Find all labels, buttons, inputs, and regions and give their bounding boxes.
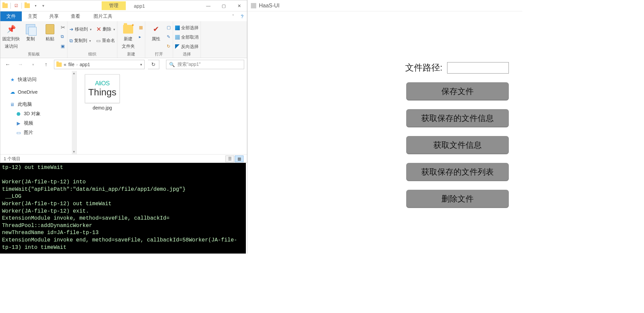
nav-pictures[interactable]: ▭图片	[2, 128, 74, 137]
minimize-button[interactable]: —	[201, 0, 216, 11]
search-input[interactable]: 🔍 搜索"app1"	[166, 60, 244, 69]
properties-button[interactable]: ✔ 属性	[147, 23, 165, 42]
cut-small-button[interactable]: ✂	[61, 23, 65, 31]
pin-icon: 📌	[6, 24, 16, 35]
ribbon-group-organize: ➔移动到▾ ⧉复制到▾ ✕删除▾ ▭重命名 组织	[67, 21, 117, 58]
group-label: 新建	[119, 51, 143, 58]
get-saved-file-list-button[interactable]: 获取保存的文件列表	[406, 163, 509, 181]
label: 重命名	[102, 38, 115, 44]
move-to-button[interactable]: ➔移动到▾	[69, 25, 92, 33]
view-details-button[interactable]: ☰	[225, 155, 234, 162]
nav-up-button[interactable]: ↑	[41, 60, 51, 69]
refresh-button[interactable]: ↻	[148, 60, 159, 69]
label: 粘贴	[46, 36, 54, 42]
group-label: 打开	[147, 51, 171, 58]
ribbon-tabs: 文件 主页 共享 查看 图片工具 ˅ ?	[0, 11, 247, 21]
get-file-info-button[interactable]: 获取文件信息	[406, 136, 509, 154]
file-item[interactable]: AliOS Things demo.jpg	[82, 74, 122, 110]
label: 全部取消	[181, 34, 199, 40]
image-icon: ▭	[16, 130, 21, 135]
label: 反向选择	[181, 44, 199, 50]
select-none-button[interactable]: 全部取消	[175, 33, 199, 41]
scissors-icon: ✂	[61, 24, 65, 31]
nav-videos[interactable]: ▶视频	[2, 119, 74, 128]
new-folder-icon	[123, 24, 133, 35]
new-item-small-button[interactable]: ▦	[139, 23, 143, 31]
label: 属性	[152, 36, 160, 42]
view-large-icons-button[interactable]: ▦	[235, 155, 244, 162]
label: 全部选择	[181, 25, 199, 31]
paste-button[interactable]: 粘贴	[41, 23, 59, 42]
select-all-button[interactable]: 全部选择	[175, 24, 199, 32]
nav-onedrive[interactable]: ☁OneDrive	[2, 88, 74, 96]
tab-share[interactable]: 共享	[43, 11, 65, 21]
terminal-output[interactable]: tp-12) out timeWait Worker(JA-file-tp-12…	[0, 163, 246, 254]
nav-back-button[interactable]: ←	[3, 60, 12, 69]
content-pane[interactable]: AliOS Things demo.jpg	[77, 71, 247, 154]
tab-view[interactable]: 查看	[65, 11, 86, 21]
folder-icon[interactable]	[24, 3, 30, 8]
copy-button[interactable]: 复制	[22, 23, 39, 42]
maximize-button[interactable]: ▢	[216, 0, 231, 11]
label: 移动到	[75, 26, 88, 32]
delete-file-button[interactable]: 删除文件	[406, 190, 509, 208]
pin-to-quick-access-button[interactable]: 📌 固定到快 速访问	[2, 23, 20, 49]
select-all-icon	[175, 26, 180, 30]
ribbon-group-open: ✔ 属性 ▢ ✎ ↻ 打开	[145, 21, 173, 58]
file-path-row: 文件路径:	[405, 62, 509, 74]
nav-this-pc[interactable]: 🖥此电脑	[2, 100, 74, 109]
new-item-icon: ▦	[139, 25, 143, 30]
ribbon-collapse-icon[interactable]: ˅	[229, 11, 237, 21]
group-label: 组织	[69, 51, 115, 58]
label: 3D 对象	[24, 111, 41, 117]
overflow-icon[interactable]: ▾	[41, 3, 46, 8]
new-folder-button[interactable]: 新建 文件夹	[119, 23, 137, 49]
quick-access-dropdown-icon[interactable]: ▾	[33, 3, 38, 8]
get-saved-file-info-button[interactable]: 获取保存的文件信息	[406, 109, 509, 127]
ribbon-group-clipboard: 📌 固定到快 速访问 复制 粘贴 ✂ ⧉ ▣ 剪贴板	[0, 21, 67, 58]
haas-titlebar: HaaS-UI	[248, 0, 522, 11]
invert-selection-button[interactable]: 反向选择	[175, 43, 199, 51]
rename-button[interactable]: ▭重命名	[96, 37, 115, 45]
move-icon: ➔	[69, 27, 73, 32]
explorer-body: ★快速访问 ☁OneDrive 🖥此电脑 ⬣3D 对象 ▶视频 ▭图片 AliO…	[0, 71, 247, 154]
paste-shortcut-small-button[interactable]: ▣	[61, 42, 65, 50]
edit-small-button[interactable]: ✎	[167, 33, 171, 41]
label: 复制到	[74, 38, 87, 44]
open-small-button[interactable]: ▢	[167, 23, 171, 31]
nav-recent-dropdown[interactable]: ▾	[29, 60, 38, 69]
tab-file[interactable]: 文件	[0, 11, 22, 21]
edit-icon: ✎	[167, 34, 170, 39]
delete-button[interactable]: ✕删除▾	[96, 25, 115, 33]
search-icon: 🔍	[169, 62, 175, 67]
thumb-text-2: Things	[88, 87, 116, 98]
file-path-input[interactable]	[447, 62, 509, 74]
status-bar: 1 个项目 ☰ ▦	[0, 154, 247, 163]
nav-scrollbar[interactable]	[72, 71, 76, 154]
folder-icon[interactable]	[2, 3, 8, 8]
manage-context-tab[interactable]: 管理	[102, 1, 126, 10]
crumb-file[interactable]: file	[68, 62, 74, 67]
nav-quick-access[interactable]: ★快速访问	[2, 75, 74, 84]
history-icon: ↻	[167, 44, 170, 49]
close-button[interactable]: ✕	[231, 0, 247, 11]
tab-picture-tools[interactable]: 图片工具	[88, 11, 118, 21]
copy-path-small-button[interactable]: ⧉	[61, 33, 65, 41]
label: 复制	[26, 36, 35, 42]
address-bar[interactable]: « file › app1 ▾	[54, 60, 145, 69]
ribbon-group-select: 全部选择 全部取消 反向选择 选择	[173, 21, 201, 58]
navigation-pane: ★快速访问 ☁OneDrive 🖥此电脑 ⬣3D 对象 ▶视频 ▭图片	[0, 71, 77, 154]
save-file-button[interactable]: 保存文件	[406, 82, 509, 100]
help-icon[interactable]: ?	[237, 11, 247, 21]
label: 此电脑	[18, 101, 32, 107]
easy-access-small-button[interactable]: ▸	[139, 33, 143, 41]
nav-forward-button[interactable]: →	[16, 60, 25, 69]
thumb-text-1: AliOS	[95, 80, 110, 87]
tab-home[interactable]: 主页	[22, 11, 43, 21]
copy-to-button[interactable]: ⧉复制到▾	[69, 37, 92, 45]
history-small-button[interactable]: ↻	[167, 42, 171, 50]
nav-3d-objects[interactable]: ⬣3D 对象	[2, 109, 74, 119]
address-dropdown-icon[interactable]: ▾	[140, 62, 142, 67]
crumb-app1[interactable]: app1	[79, 62, 90, 67]
checkbox-toggle-icon[interactable]: ☑	[13, 3, 19, 8]
